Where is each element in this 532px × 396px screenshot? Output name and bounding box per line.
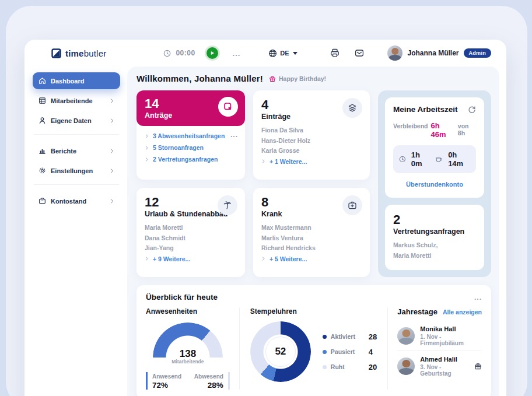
urlaub-card[interactable]: 12 Urlaub & Stundenabbau Maria Moretti D… <box>136 188 245 277</box>
user-menu[interactable]: Johanna Müller Admin <box>387 45 491 61</box>
chevron-right-icon <box>145 157 149 162</box>
globe-icon <box>268 49 277 58</box>
timer-value: 00:00 <box>176 49 195 57</box>
anwesenheiten-section: Anwesenheiten 138 Mitarbeitende Anwesend <box>146 307 240 390</box>
birthday-text: Happy Birthday! <box>279 75 326 82</box>
gift-icon[interactable] <box>474 362 482 370</box>
krank-more-link[interactable]: + 5 Weitere... <box>261 255 362 262</box>
printer-icon[interactable] <box>330 48 340 58</box>
click-request-icon <box>223 102 233 111</box>
timebutler-logo[interactable]: timebutler <box>51 48 106 58</box>
more-link-label: + 9 Weitere... <box>153 255 190 262</box>
language-selector[interactable]: DE <box>268 49 298 58</box>
urlaub-more-link[interactable]: + 9 Weitere... <box>145 255 237 262</box>
ueberstundenkonto-link[interactable]: Überstundenkonto <box>393 181 476 188</box>
employee-name: Marlis Ventura <box>261 233 362 244</box>
urlaub-icon-button[interactable] <box>218 195 237 215</box>
sidebar-item-dashboard[interactable]: Dashboard <box>33 72 120 89</box>
anniversary-detail: 1. Nov - Firmenjubiläum <box>420 334 482 346</box>
request-row[interactable]: 3 Abwesenheitsanfragen <box>145 132 238 139</box>
more-link-label: + 1 Weitere... <box>270 158 307 165</box>
anniversary-detail: 3. Nov - Geburtstag <box>420 364 469 377</box>
user-avatar <box>387 45 402 61</box>
overview-card: Überblick für heute ... Anwesenheiten 13… <box>136 285 491 396</box>
request-row[interactable]: 5 Stornoanfragen <box>145 144 238 151</box>
legend-label: Ruht <box>331 363 361 370</box>
sidebar-item-label: Mitarbeitende <box>51 97 93 104</box>
worked-time: 1h 0m <box>411 150 430 168</box>
chevron-right-icon <box>261 159 265 163</box>
employee-name: Maria Moretti <box>393 251 476 261</box>
sidebar-item-eigene-daten[interactable]: Eigene Daten <box>33 112 120 129</box>
antraege-card[interactable]: 14 Anträge ... 3 Abwesenheitsanfragen <box>136 90 245 180</box>
jahrestage-show-all-link[interactable]: Alle anzeigen <box>443 309 482 316</box>
anwesenheiten-gauge: 138 Mitarbeitende <box>152 321 224 365</box>
more-link-label: + 5 Weitere... <box>270 255 307 262</box>
table-icon <box>38 97 46 104</box>
stempeluhren-title: Stempeluhren <box>250 307 377 316</box>
legend-label: Aktiviert <box>331 333 361 340</box>
main-content: Willkommen, Johanna Müller! Happy Birthd… <box>127 66 499 396</box>
vertretung-label: Vertretungsanfragen <box>393 227 476 236</box>
employee-name: Karla Grosse <box>261 146 362 156</box>
eintraege-card[interactable]: 4 Einträge Fiona Da Silva Hans-Dieter Ho… <box>253 90 370 180</box>
clock-icon <box>163 50 171 57</box>
chevron-right-icon <box>110 199 114 204</box>
palm-tree-icon <box>223 201 232 210</box>
eintraege-more-link[interactable]: + 1 Weitere... <box>261 158 362 165</box>
chevron-right-icon <box>145 146 149 150</box>
sidebar-item-berichte[interactable]: Berichte <box>33 142 120 159</box>
anwesenheiten-title: Anwesenheiten <box>146 307 230 316</box>
start-timer-button[interactable] <box>205 45 220 61</box>
antraege-more-menu[interactable]: ... <box>230 131 238 139</box>
gauge-center-label: Mitarbeitende <box>152 359 224 365</box>
request-row[interactable]: 2 Vertretungsanfragen <box>145 156 238 163</box>
meine-arbeitszeit-card: Meine Arbeitszeit Verbleibend 6h 46m von… <box>385 97 484 198</box>
remaining-of: von 8h <box>458 122 476 136</box>
vertretung-count: 2 <box>393 213 476 227</box>
vertretungsanfragen-card[interactable]: 2 Vertretungsanfragen Markus Schulz, Mar… <box>385 205 484 270</box>
sidebar-item-einstellungen[interactable]: Einstellungen <box>33 162 120 179</box>
mail-icon[interactable] <box>355 48 364 58</box>
chevron-right-icon <box>145 134 149 138</box>
antraege-icon-button[interactable] <box>218 97 238 117</box>
employee-name: Dana Schmidt <box>145 233 237 244</box>
top-header: timebutler 00:00 ... DE <box>24 40 506 66</box>
employee-name: Fiona Da Silva <box>261 125 362 136</box>
worktime-summary-pill: 1h 0m 0h 14m <box>393 145 476 173</box>
employee-name: Hans-Dieter Holz <box>261 136 362 146</box>
timer-more-menu[interactable]: ... <box>233 49 241 58</box>
coffee-cup-icon <box>435 155 443 163</box>
eintraege-icon-button[interactable] <box>342 98 362 118</box>
krank-card[interactable]: 8 Krank Max Mustermann Marlis Ventura Ri… <box>253 188 370 277</box>
krank-icon-button[interactable] <box>342 195 362 215</box>
anniversary-name: Monika Hall <box>420 325 482 334</box>
sidebar-item-mitarbeitende[interactable]: Mitarbeitende <box>33 92 120 109</box>
gear-icon <box>38 167 46 174</box>
gauge-center-value: 138 <box>152 349 224 359</box>
anniversary-row[interactable]: Monika Hall 1. Nov - Firmenjubiläum <box>397 321 482 351</box>
employee-name: Jian-Yang <box>145 243 237 254</box>
avatar <box>397 327 415 345</box>
employee-name: Maria Moretti <box>145 223 237 233</box>
legend-row: Aktiviert 28 <box>323 332 377 341</box>
play-icon <box>206 47 218 59</box>
legend-dot <box>323 350 327 354</box>
sidebar-item-label: Eigene Daten <box>51 117 92 124</box>
sidebar-item-label: Dashboard <box>51 78 84 85</box>
user-name: Johanna Müller <box>407 49 459 57</box>
stempeluhren-legend: Aktiviert 28 Pausiert 4 <box>323 332 377 372</box>
sidebar-item-kontostand[interactable]: Kontostand <box>33 192 120 209</box>
request-link: 2 Vertretungsanfragen <box>153 156 218 163</box>
antraege-request-list: ... 3 Abwesenheitsanfragen 5 Stornoanfra… <box>136 126 245 169</box>
anniversary-name: Ahmed Halil <box>420 355 469 364</box>
clock-icon <box>399 155 406 163</box>
refresh-icon[interactable] <box>468 106 476 114</box>
overview-title: Überblick für heute <box>146 293 218 302</box>
anniversary-row[interactable]: Ahmed Halil 3. Nov - Geburtstag <box>397 351 482 381</box>
sidebar-divider <box>34 184 119 185</box>
chevron-right-icon <box>110 118 114 123</box>
legend-dot <box>323 365 327 369</box>
overview-more-menu[interactable]: ... <box>474 293 482 302</box>
donut-center-value: 52 <box>275 346 286 358</box>
